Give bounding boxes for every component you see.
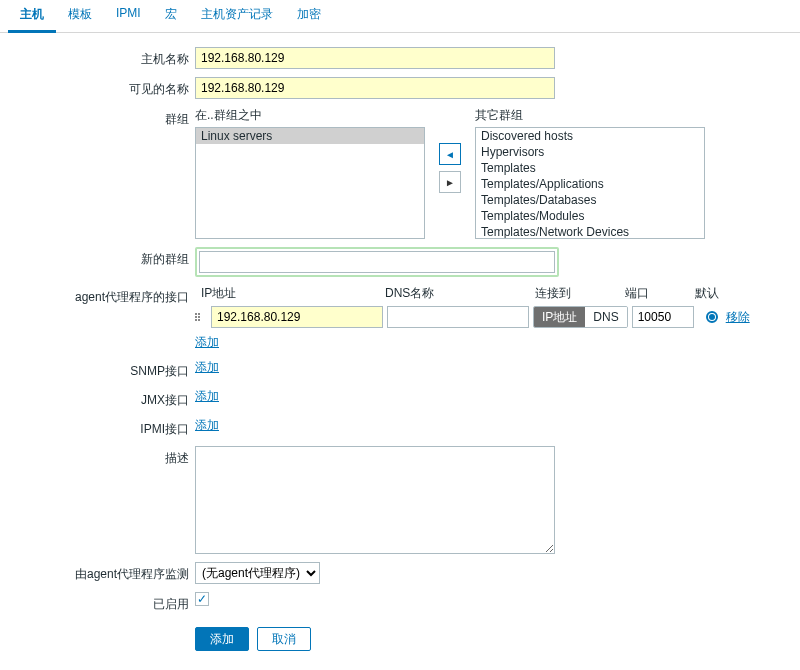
label-monitored-by: 由agent代理程序监测 [0, 562, 195, 583]
tab-ipmi[interactable]: IPMI [104, 0, 153, 32]
agent-add-link[interactable]: 添加 [195, 335, 219, 349]
label-enabled: 已启用 [0, 592, 195, 613]
ipmi-add-link[interactable]: 添加 [195, 417, 219, 434]
list-item[interactable]: Templates/Modules [476, 208, 704, 224]
list-item[interactable]: Templates/Network Devices [476, 224, 704, 239]
tab-host[interactable]: 主机 [8, 0, 56, 33]
visiblename-input[interactable] [195, 77, 555, 99]
agent-dns-input[interactable] [387, 306, 529, 328]
list-item[interactable]: Templates/Databases [476, 192, 704, 208]
tab-templates[interactable]: 模板 [56, 0, 104, 32]
snmp-add-link[interactable]: 添加 [195, 359, 219, 376]
host-form: 主机名称 可见的名称 群组 在..群组之中 Linux servers ◄ ► [0, 33, 800, 669]
iface-header-port: 端口 [625, 285, 695, 302]
connect-to-toggle: IP地址 DNS [533, 306, 628, 328]
connect-dns-button[interactable]: DNS [585, 307, 626, 327]
cancel-button[interactable]: 取消 [257, 627, 311, 651]
label-new-group: 新的群组 [0, 247, 195, 268]
list-item[interactable]: Templates [476, 160, 704, 176]
agent-interface-row: IP地址 DNS 移除 [195, 306, 750, 328]
tabs-bar: 主机 模板 IPMI 宏 主机资产记录 加密 [0, 0, 800, 33]
list-item[interactable]: Hypervisors [476, 144, 704, 160]
label-in-groups: 在..群组之中 [195, 107, 425, 124]
iface-header-ip: IP地址 [195, 285, 385, 302]
label-groups: 群组 [0, 107, 195, 128]
label-description: 描述 [0, 446, 195, 467]
label-agent-if: agent代理程序的接口 [0, 285, 195, 306]
list-item[interactable]: Linux servers [196, 128, 424, 144]
label-visiblename: 可见的名称 [0, 77, 195, 98]
connect-ip-button[interactable]: IP地址 [534, 307, 585, 327]
hostname-input[interactable] [195, 47, 555, 69]
agent-ip-input[interactable] [211, 306, 383, 328]
iface-header-def: 默认 [695, 285, 755, 302]
label-ipmi-if: IPMI接口 [0, 417, 195, 438]
jmx-add-link[interactable]: 添加 [195, 388, 219, 405]
proxy-select[interactable]: (无agent代理程序) [195, 562, 320, 584]
move-right-button[interactable]: ► [439, 171, 461, 193]
iface-header-conn: 连接到 [535, 285, 625, 302]
move-left-button[interactable]: ◄ [439, 143, 461, 165]
label-other-groups: 其它群组 [475, 107, 705, 124]
label-jmx-if: JMX接口 [0, 388, 195, 409]
in-groups-listbox[interactable]: Linux servers [195, 127, 425, 239]
tab-macros[interactable]: 宏 [153, 0, 189, 32]
agent-port-input[interactable] [632, 306, 694, 328]
new-group-input[interactable] [199, 251, 555, 273]
drag-handle-icon[interactable] [195, 313, 205, 321]
list-item[interactable]: Templates/Applications [476, 176, 704, 192]
iface-header-dns: DNS名称 [385, 285, 535, 302]
agent-default-radio[interactable] [706, 311, 718, 323]
submit-add-button[interactable]: 添加 [195, 627, 249, 651]
tab-encryption[interactable]: 加密 [285, 0, 333, 32]
enabled-checkbox[interactable] [195, 592, 209, 606]
list-item[interactable]: Discovered hosts [476, 128, 704, 144]
label-hostname: 主机名称 [0, 47, 195, 68]
label-snmp-if: SNMP接口 [0, 359, 195, 380]
agent-remove-link[interactable]: 移除 [726, 309, 750, 326]
other-groups-listbox[interactable]: Discovered hostsHypervisorsTemplatesTemp… [475, 127, 705, 239]
tab-inventory[interactable]: 主机资产记录 [189, 0, 285, 32]
description-textarea[interactable] [195, 446, 555, 554]
